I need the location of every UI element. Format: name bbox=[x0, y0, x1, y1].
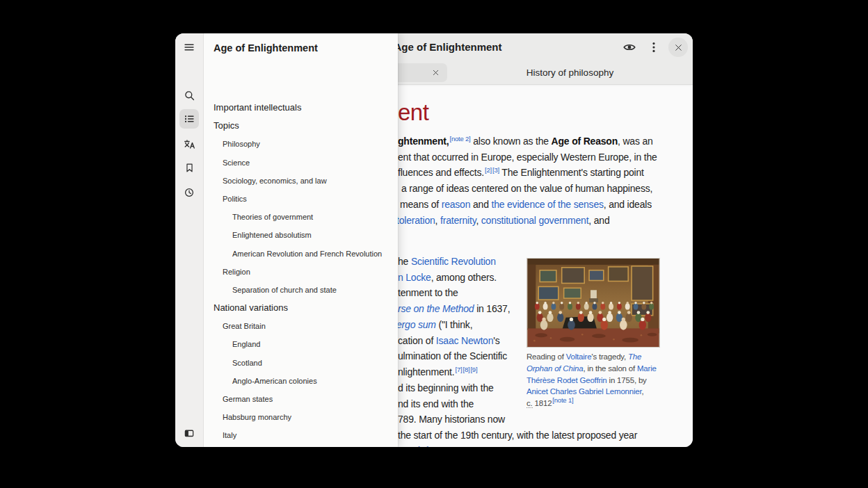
article-line: ent that occurred in Europe, especially … bbox=[398, 151, 657, 163]
toc-item[interactable]: Habsburg monarchy bbox=[203, 408, 398, 426]
article-line: d its beginning with the bbox=[398, 382, 494, 394]
kebab-menu-button[interactable] bbox=[644, 38, 664, 57]
toc-item[interactable]: Great Britain bbox=[203, 317, 398, 335]
article-line: rse on the Method in 1637, bbox=[398, 302, 510, 315]
caption-line: Reading of Voltaire's tragedy, The bbox=[527, 351, 661, 363]
article-line: ulmination of the Scientific bbox=[398, 350, 507, 362]
toc-item-label: American Revolution and French Revolutio… bbox=[232, 250, 382, 258]
wiki-link[interactable]: n Locke bbox=[398, 272, 431, 283]
toc-item[interactable]: Science bbox=[203, 154, 398, 172]
close-x-icon bbox=[432, 69, 440, 76]
kebab-menu-icon bbox=[647, 40, 661, 54]
text-segment: , bbox=[476, 215, 481, 226]
text-segment: means of bbox=[400, 199, 442, 210]
wiki-link[interactable]: the evidence of the senses bbox=[491, 199, 603, 210]
toc-item-label: Enlightened absolutism bbox=[232, 231, 312, 239]
wiki-link[interactable]: Voltaire bbox=[566, 352, 592, 361]
caption-line: Orphan of China, in the salon of Marie bbox=[527, 363, 661, 375]
article-line: ergo sum ("I think, bbox=[396, 318, 472, 331]
toc-item[interactable]: Important intellectuals bbox=[203, 99, 398, 117]
toc-item[interactable]: Enlightened absolutism bbox=[203, 226, 398, 244]
history-button[interactable] bbox=[179, 183, 199, 202]
toc-item[interactable]: American Revolution and French Revolutio… bbox=[203, 245, 398, 263]
toc-item[interactable]: Scotland bbox=[203, 354, 398, 372]
text-segment: , among others. bbox=[431, 272, 497, 283]
article-line: ghtenment,[note 2] also known as the Age… bbox=[398, 135, 653, 149]
wiki-link[interactable]: toleration bbox=[396, 215, 435, 226]
wiki-link[interactable]: fraternity bbox=[440, 215, 476, 226]
wiki-link[interactable]: Orphan of China bbox=[527, 364, 583, 373]
reference-link[interactable]: [7] bbox=[455, 366, 462, 373]
text-segment: ("I think, bbox=[436, 319, 473, 330]
toc-item[interactable]: Separation of church and state bbox=[203, 281, 398, 299]
toc-item[interactable]: Bourbon Spain and Spanish America bbox=[203, 445, 398, 447]
close-icon bbox=[674, 43, 683, 52]
article-line: nlightenment.[7][8][9] bbox=[398, 366, 477, 380]
toc-item[interactable]: England bbox=[203, 335, 398, 353]
close-window-button[interactable] bbox=[668, 38, 688, 57]
search-button[interactable] bbox=[179, 86, 199, 105]
article-line: 789. Many historians now bbox=[398, 413, 505, 425]
text-segment: 's bbox=[493, 335, 499, 346]
text-segment: nlightenment. bbox=[398, 366, 454, 377]
toc-item[interactable]: National variations bbox=[203, 299, 398, 317]
text-segment: nd its end with the bbox=[398, 398, 474, 409]
toc-item[interactable]: German states bbox=[203, 390, 398, 408]
main-menu-button[interactable] bbox=[179, 38, 199, 57]
wiki-link[interactable]: Anicet Charles Gabriel Lemonnier bbox=[527, 387, 642, 396]
article-line: fluences and effects.[2][3] The Enlighte… bbox=[398, 166, 644, 180]
toc-item-label: Italy bbox=[223, 431, 236, 439]
bookmarks-button[interactable] bbox=[179, 158, 199, 177]
reference-link[interactable]: [8] bbox=[463, 366, 469, 373]
caption-line: c. 1812[note 1] bbox=[527, 398, 661, 410]
wiki-link[interactable]: Scientific Revolution bbox=[411, 256, 496, 267]
toc-item[interactable]: Sociology, economics, and law bbox=[203, 172, 398, 190]
text-segment: cation of bbox=[398, 335, 436, 346]
eye-icon-button[interactable] bbox=[620, 38, 639, 57]
wiki-link[interactable]: Marie bbox=[637, 364, 657, 373]
article-line: he Scientific Revolution bbox=[398, 255, 496, 268]
languages-button[interactable] bbox=[179, 134, 199, 154]
reference-link[interactable]: [9] bbox=[470, 366, 477, 373]
salon-painting-thumbnail[interactable] bbox=[527, 258, 660, 348]
text-segment: in 1637, bbox=[474, 303, 510, 314]
toc-item-label: Religion bbox=[223, 268, 250, 276]
toc-item[interactable]: Italy bbox=[203, 426, 398, 444]
sidebar-toggle-button[interactable] bbox=[179, 423, 199, 443]
toc-item-label: Great Britain bbox=[223, 322, 266, 330]
text-segment: , bbox=[435, 215, 440, 226]
text-segment: ghtenment, bbox=[398, 136, 449, 147]
article-line: cation of Isaac Newton's bbox=[398, 334, 500, 347]
reference-link[interactable]: [note 2] bbox=[449, 135, 470, 143]
wiki-link[interactable]: constitutional government bbox=[481, 215, 589, 226]
tab-close-button[interactable] bbox=[430, 67, 442, 79]
wiki-link[interactable]: Thérèse Rodet Geoffrin bbox=[527, 376, 607, 384]
toc-item[interactable]: Politics bbox=[203, 190, 398, 208]
toc-panel-title: Age of Enlightenment bbox=[214, 33, 318, 61]
text-segment: , and bbox=[588, 215, 609, 226]
toc-item[interactable]: Religion bbox=[203, 263, 398, 281]
reference-link[interactable]: [2] bbox=[485, 166, 492, 174]
toc-item-label: Anglo-American colonies bbox=[232, 377, 317, 385]
main-menu-icon bbox=[183, 41, 195, 54]
wiki-link[interactable]: ergo sum bbox=[396, 319, 436, 330]
app-window: Age of Enlightenment bbox=[175, 33, 693, 447]
toc-button[interactable] bbox=[179, 109, 199, 129]
wiki-link[interactable]: rse on the Method bbox=[398, 303, 474, 314]
text-segment: he bbox=[398, 256, 411, 267]
text-segment: d its beginning with the bbox=[398, 382, 494, 393]
reference-link[interactable]: [note 1] bbox=[552, 396, 573, 404]
toc-item[interactable]: Theories of government bbox=[203, 208, 398, 226]
toc-item[interactable]: Topics bbox=[203, 117, 398, 135]
toc-item[interactable]: Philosophy bbox=[203, 135, 398, 153]
wiki-link[interactable]: The bbox=[628, 352, 641, 361]
wiki-link[interactable]: reason bbox=[442, 199, 471, 210]
article-line: the start of the 19th century, with the … bbox=[398, 429, 637, 441]
search-icon bbox=[183, 89, 196, 102]
wiki-link[interactable]: Isaac Newton bbox=[436, 335, 493, 346]
toc-item[interactable]: Anglo-American colonies bbox=[203, 372, 398, 390]
tab-history-of-philosophy[interactable]: History of philosophy bbox=[447, 61, 693, 83]
toc-panel: Age of Enlightenment Important intellect… bbox=[203, 33, 398, 447]
reference-link[interactable]: [10] bbox=[418, 445, 428, 447]
reference-link[interactable]: [3] bbox=[492, 166, 499, 174]
